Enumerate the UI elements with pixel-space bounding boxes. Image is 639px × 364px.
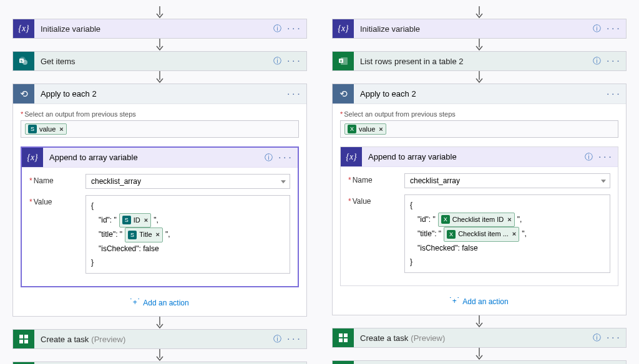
apply-to-each-container: Apply to each 2 · · · *Select an output … xyxy=(12,84,307,317)
step-title: Append to array variable xyxy=(362,147,578,166)
flow-column-left: {x} Initialize variable ⓘ · · · S Get it… xyxy=(12,6,307,364)
id-token[interactable]: XChecklist item ID× xyxy=(438,213,515,228)
variable-icon: {x} xyxy=(341,147,362,166)
step-title: Get items xyxy=(34,52,267,70)
name-label: *Name xyxy=(348,173,404,184)
arrow-down-icon xyxy=(155,349,164,362)
step-title: Create a task(Preview) xyxy=(34,330,267,348)
name-label: *Name xyxy=(29,174,85,185)
step-title: Append to array variable xyxy=(43,148,258,167)
help-icon[interactable]: ⓘ xyxy=(273,23,281,34)
step-title: Apply to each 2 xyxy=(354,84,601,103)
id-token[interactable]: SID× xyxy=(119,213,151,228)
planner-icon xyxy=(333,328,354,347)
excel-icon: X xyxy=(333,52,354,70)
remove-token-icon[interactable]: × xyxy=(507,214,511,226)
step-title: Initialize variable xyxy=(34,19,267,38)
value-label: *Value xyxy=(348,194,404,206)
get-items-step[interactable]: S Get items ⓘ · · · xyxy=(12,51,307,71)
apply-to-each-header[interactable]: Apply to each 2 · · · xyxy=(13,84,306,104)
arrow-down-icon xyxy=(155,39,164,51)
variable-icon: {x} xyxy=(22,148,43,167)
name-select[interactable]: checklist_array xyxy=(85,174,290,189)
arrow-down-icon xyxy=(475,71,484,84)
append-header[interactable]: {x} Append to array variable ⓘ · · · xyxy=(22,148,298,168)
name-select[interactable]: checklist_array xyxy=(404,173,610,188)
variable-icon: {x} xyxy=(13,19,34,38)
loop-icon xyxy=(13,84,34,103)
arrow-down-icon xyxy=(155,317,164,329)
help-icon[interactable]: ⓘ xyxy=(593,23,601,34)
value-token[interactable]: S value × xyxy=(25,123,67,135)
more-icon[interactable]: · · · xyxy=(607,57,620,65)
arrow-down-icon xyxy=(475,315,484,328)
input-hint: *Select an output from previous steps xyxy=(340,110,618,118)
add-icon xyxy=(450,297,459,306)
initialize-variable-step[interactable]: {x} Initialize variable ⓘ · · · xyxy=(12,19,307,39)
step-title: Initialize variable xyxy=(354,19,587,38)
create-task-step[interactable]: Create a task(Preview) ⓘ · · · xyxy=(332,328,627,348)
title-token[interactable]: XChecklist item ...× xyxy=(444,227,519,242)
more-icon[interactable]: · · · xyxy=(607,90,620,98)
value-input[interactable]: { "id": " SID× ", "title": " STitle× ", xyxy=(85,195,290,274)
create-task-step[interactable]: Create a task(Preview) ⓘ · · · xyxy=(12,329,307,349)
title-token[interactable]: STitle× xyxy=(125,228,163,242)
update-task-step[interactable]: Update task details ⓘ · · · xyxy=(332,360,627,364)
sharepoint-icon: S xyxy=(13,52,34,70)
loop-icon xyxy=(333,84,354,103)
update-task-step[interactable]: Update task details ⓘ · · · xyxy=(12,362,307,364)
arrow-down-icon xyxy=(475,39,484,51)
help-icon[interactable]: ⓘ xyxy=(585,151,593,163)
arrow-down-icon xyxy=(155,6,164,19)
apply-to-each-container: Apply to each 2 · · · *Select an output … xyxy=(332,84,627,315)
more-icon[interactable]: · · · xyxy=(279,154,291,161)
arrow-down-icon xyxy=(475,348,484,360)
planner-icon xyxy=(333,361,354,364)
help-icon[interactable]: ⓘ xyxy=(593,55,601,67)
remove-token-icon[interactable]: × xyxy=(59,125,63,133)
excel-icon: X xyxy=(348,125,356,133)
remove-token-icon[interactable]: × xyxy=(156,229,160,241)
help-icon[interactable]: ⓘ xyxy=(265,152,273,163)
help-icon[interactable]: ⓘ xyxy=(273,333,281,345)
value-token[interactable]: X value × xyxy=(344,123,386,135)
more-icon[interactable]: · · · xyxy=(599,153,612,161)
remove-token-icon[interactable]: × xyxy=(512,228,516,241)
step-title: Create a task(Preview) xyxy=(354,328,587,347)
more-icon[interactable]: · · · xyxy=(288,90,300,98)
variable-icon: {x} xyxy=(333,19,354,38)
remove-token-icon[interactable]: × xyxy=(379,125,383,133)
value-label: *Value xyxy=(29,195,85,206)
step-title: List rows present in a table 2 xyxy=(354,52,587,70)
append-to-array-step: {x} Append to array variable ⓘ · · · *Na… xyxy=(21,146,299,287)
list-rows-step[interactable]: X List rows present in a table 2 ⓘ · · · xyxy=(332,51,627,71)
value-input[interactable]: { "id": " XChecklist item ID× ", "title"… xyxy=(404,194,610,273)
more-icon[interactable]: · · · xyxy=(607,25,620,32)
input-hint: *Select an output from previous steps xyxy=(21,110,299,118)
output-selector[interactable]: S value × xyxy=(21,120,299,138)
sharepoint-icon: S xyxy=(128,231,137,239)
arrow-down-icon xyxy=(155,71,164,84)
add-action-button[interactable]: Add an action xyxy=(21,299,299,307)
apply-to-each-header[interactable]: Apply to each 2 · · · xyxy=(333,84,626,104)
append-header[interactable]: {x} Append to array variable ⓘ · · · xyxy=(341,147,618,167)
add-action-button[interactable]: Add an action xyxy=(340,297,618,306)
excel-icon: X xyxy=(441,215,450,224)
step-title: Apply to each 2 xyxy=(34,84,281,103)
excel-icon: X xyxy=(447,230,456,239)
more-icon[interactable]: · · · xyxy=(288,335,300,343)
arrow-down-icon xyxy=(475,6,484,19)
add-icon xyxy=(130,299,139,307)
output-selector[interactable]: X value × xyxy=(340,120,618,138)
planner-icon xyxy=(13,330,34,348)
flow-column-right: {x} Initialize variable ⓘ · · · X List r… xyxy=(332,6,627,364)
more-icon[interactable]: · · · xyxy=(607,334,620,342)
help-icon[interactable]: ⓘ xyxy=(273,55,281,67)
step-title: Update task details xyxy=(354,361,587,364)
sharepoint-icon: S xyxy=(28,125,37,133)
remove-token-icon[interactable]: × xyxy=(144,214,148,227)
more-icon[interactable]: · · · xyxy=(288,57,300,65)
more-icon[interactable]: · · · xyxy=(288,25,300,32)
help-icon[interactable]: ⓘ xyxy=(593,332,601,343)
initialize-variable-step[interactable]: {x} Initialize variable ⓘ · · · xyxy=(332,19,627,39)
